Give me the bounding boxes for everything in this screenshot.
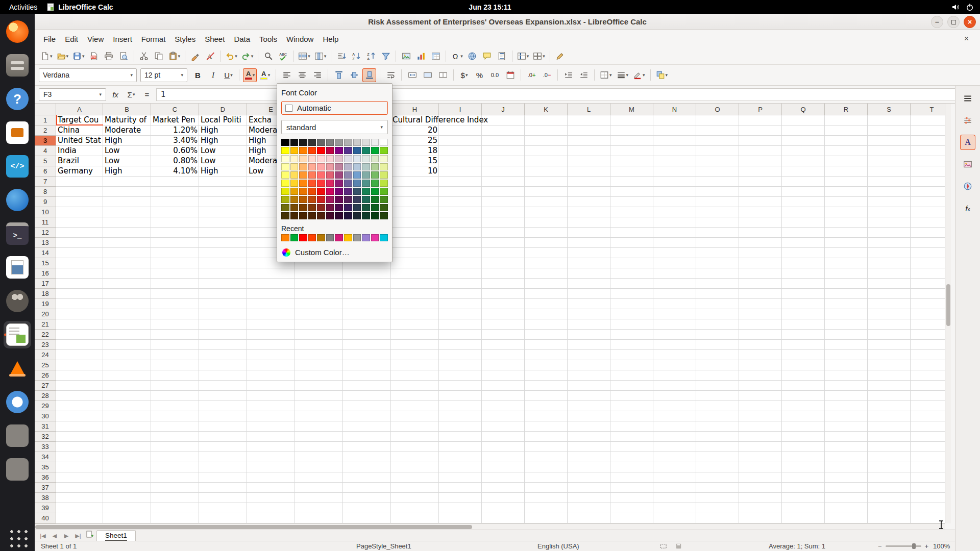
italic-button[interactable]: I xyxy=(206,68,220,82)
styles-button[interactable]: A xyxy=(960,135,975,150)
cell-D3[interactable]: High xyxy=(199,136,247,146)
cell-C2[interactable]: 1.20% xyxy=(151,126,199,136)
language[interactable]: English (USA) xyxy=(537,542,579,550)
chevron-down-icon[interactable]: ▾ xyxy=(609,72,612,78)
freeze-rows-columns-button[interactable]: ▾ xyxy=(516,49,531,63)
dock-item-help[interactable]: ? xyxy=(4,85,31,113)
row-header-6[interactable]: 6 xyxy=(35,166,56,177)
cell-C6[interactable]: 4.10% xyxy=(151,166,199,177)
color-swatch-999999[interactable] xyxy=(335,139,343,146)
cell-H6[interactable]: 10 xyxy=(391,166,439,177)
color-swatch-ffe994[interactable] xyxy=(290,163,299,170)
last-sheet-button[interactable]: ▶| xyxy=(73,533,83,541)
cell-H5[interactable]: 15 xyxy=(391,156,439,166)
color-swatch-706e0c[interactable] xyxy=(281,204,289,211)
conditional-formatting-button[interactable]: ▾ xyxy=(654,68,670,82)
column-header-R[interactable]: R xyxy=(825,104,868,115)
color-swatch-c9211e[interactable] xyxy=(317,196,325,203)
color-swatch-b2b2b2[interactable] xyxy=(344,139,352,146)
underline-button[interactable]: U▾ xyxy=(222,68,235,82)
color-swatch-ffdbb6[interactable] xyxy=(299,155,307,162)
color-swatch-808080[interactable] xyxy=(326,139,334,146)
color-swatch-650953[interactable] xyxy=(335,196,343,203)
color-swatch-b3cac7[interactable] xyxy=(362,163,370,170)
row-header-18[interactable]: 18 xyxy=(35,289,56,299)
dock-item-vlc[interactable] xyxy=(4,355,31,382)
chevron-down-icon[interactable]: ▾ xyxy=(324,54,327,59)
comment-button[interactable] xyxy=(480,49,494,63)
color-swatch-e6e905[interactable] xyxy=(281,188,289,195)
cell-C1[interactable]: Market Pen xyxy=(151,115,199,126)
cell-B6[interactable]: High xyxy=(103,166,151,177)
color-swatch-3faf46[interactable] xyxy=(371,180,379,187)
chevron-down-icon[interactable]: ▾ xyxy=(82,54,85,59)
highlighting-color-button[interactable]: A▾ xyxy=(258,68,272,82)
menu-edit[interactable]: Edit xyxy=(60,32,83,46)
dock-item-code[interactable]: </> xyxy=(4,153,31,180)
sidebar-settings-button[interactable] xyxy=(960,91,975,106)
zoom-slider[interactable]: − + xyxy=(878,542,928,550)
chevron-down-icon[interactable]: ▾ xyxy=(666,72,668,78)
dock-item-browser[interactable] xyxy=(4,388,31,416)
row-header-37[interactable]: 37 xyxy=(35,483,56,493)
sort-button[interactable] xyxy=(334,49,348,63)
cell-A4[interactable]: India xyxy=(56,146,103,156)
row-header-33[interactable]: 33 xyxy=(35,442,56,452)
column-header-J[interactable]: J xyxy=(482,104,525,115)
page-style[interactable]: PageStyle_Sheet1 xyxy=(356,542,411,550)
color-swatch-1c1c1c[interactable] xyxy=(299,139,307,146)
color-swatch-ec9ba4[interactable] xyxy=(326,163,334,170)
color-swatch-666666[interactable] xyxy=(317,139,325,146)
split-window-button[interactable]: ▾ xyxy=(531,49,547,63)
color-swatch-dee6ef[interactable] xyxy=(353,155,361,162)
dock-item-impress[interactable] xyxy=(4,119,31,146)
row-header-32[interactable]: 32 xyxy=(35,432,56,442)
decrease-indent-button[interactable] xyxy=(577,68,591,82)
next-sheet-button[interactable]: ▶ xyxy=(61,533,71,541)
row-header-24[interactable]: 24 xyxy=(35,350,56,360)
row-header-9[interactable]: 9 xyxy=(35,197,56,207)
cell-H1[interactable]: Cultural Difference Index xyxy=(391,115,554,126)
chevron-down-icon[interactable]: ▾ xyxy=(268,72,271,78)
color-swatch-acb20c[interactable] xyxy=(281,196,289,203)
print-preview-button[interactable] xyxy=(117,49,131,63)
color-swatch-55308d[interactable] xyxy=(344,147,352,154)
sort-ascending-button[interactable]: AZ xyxy=(349,49,363,63)
color-swatch-fff5ce[interactable] xyxy=(290,155,299,162)
column-header-D[interactable]: D xyxy=(199,104,247,115)
color-swatch-17573f[interactable] xyxy=(362,204,370,211)
color-swatch-ffffd7[interactable] xyxy=(281,155,289,162)
recent-color-swatch-808080[interactable] xyxy=(326,234,334,241)
column-header-L[interactable]: L xyxy=(568,104,610,115)
color-swatch-ea7500[interactable] xyxy=(299,188,307,195)
color-swatch-492300[interactable] xyxy=(299,212,307,219)
color-swatch-375f12[interactable] xyxy=(380,204,388,211)
cell-D4[interactable]: Low xyxy=(199,146,247,156)
chevron-down-icon[interactable]: ▾ xyxy=(308,54,310,59)
recent-color-swatch-ff4000[interactable] xyxy=(308,234,316,241)
row-header-17[interactable]: 17 xyxy=(35,279,56,289)
custom-color-button[interactable]: Custom Color… xyxy=(281,247,388,258)
color-swatch-ffb66c[interactable] xyxy=(299,163,307,170)
color-swatch-472702[interactable] xyxy=(290,212,299,219)
color-swatch-b4c7dc[interactable] xyxy=(353,163,361,170)
color-swatch-bbe33d[interactable] xyxy=(380,180,388,187)
column-header-B[interactable]: B xyxy=(103,104,151,115)
zoom-out-icon[interactable]: − xyxy=(878,542,882,550)
align-top-button[interactable] xyxy=(332,68,346,82)
color-swatch-2e052e[interactable] xyxy=(335,212,343,219)
focused-app-indicator[interactable]: LibreOffice Calc xyxy=(46,3,113,11)
export-pdf-button[interactable]: PDF xyxy=(87,49,101,63)
color-swatch-77bc65[interactable] xyxy=(371,171,379,179)
row-header-29[interactable]: 29 xyxy=(35,401,56,411)
open-button[interactable]: ▾ xyxy=(55,49,70,63)
color-swatch-ff0000[interactable] xyxy=(317,147,325,154)
cell-C4[interactable]: 0.60% xyxy=(151,146,199,156)
sheet-tab-sheet1[interactable]: Sheet1 xyxy=(96,530,136,541)
chevron-down-icon[interactable]: ▾ xyxy=(178,54,181,59)
column-header-O[interactable]: O xyxy=(696,104,739,115)
delete-decimal-button[interactable]: .0− xyxy=(540,68,554,82)
dock-item-app-one[interactable] xyxy=(4,422,31,449)
dock-item-writer[interactable] xyxy=(4,254,31,281)
merge-cells-button[interactable] xyxy=(421,68,434,82)
